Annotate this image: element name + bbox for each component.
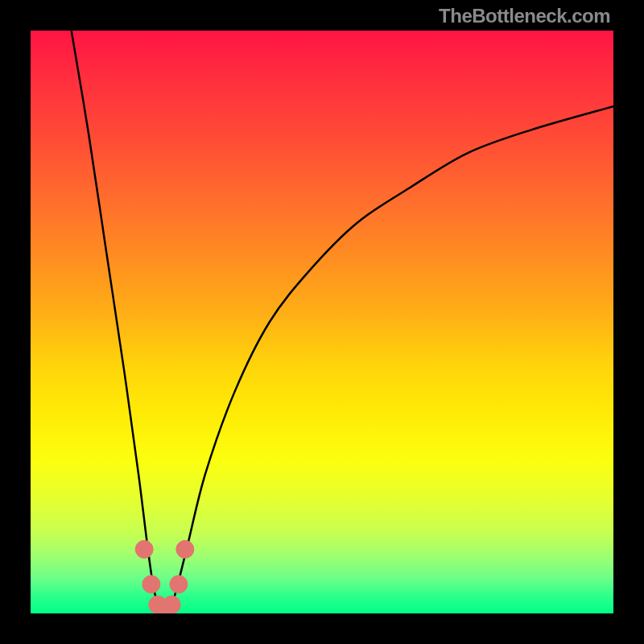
chart-container: TheBottleneck.com [0,0,644,644]
plot-background-gradient [31,31,613,613]
watermark-text: TheBottleneck.com [439,5,610,27]
